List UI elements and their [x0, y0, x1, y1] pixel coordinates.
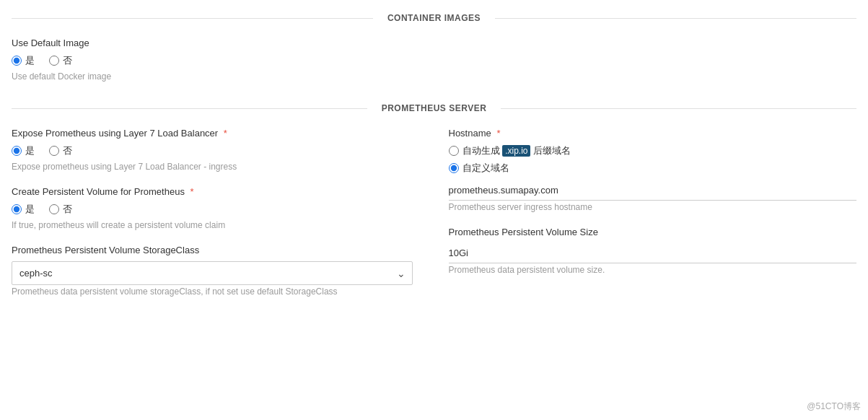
hostname-required: *	[496, 128, 500, 139]
hostname-input[interactable]	[449, 180, 857, 201]
expose-prometheus-radio-group: 是 否	[12, 144, 413, 157]
hostname-auto-radio-item[interactable]: 自动生成 .xip.io 后缀域名	[449, 144, 857, 157]
expose-prometheus-yes-label: 是	[25, 144, 35, 157]
use-default-image-label: Use Default Image	[12, 38, 856, 48]
prometheus-server-divider: PROMETHEUS SERVER	[12, 96, 856, 121]
use-default-image-no[interactable]: 否	[49, 54, 72, 67]
use-default-image-no-label: 否	[63, 54, 72, 67]
create-pv-required: *	[190, 186, 194, 197]
container-images-title: CONTAINER IMAGES	[373, 13, 495, 23]
storageclass-select[interactable]: ceph-sc standard default	[12, 261, 413, 285]
hostname-custom-radio-item[interactable]: 自定义域名	[449, 162, 857, 175]
storageclass-hint: Prometheus data persistent volume storag…	[12, 286, 413, 297]
create-pv-yes[interactable]: 是	[12, 203, 35, 216]
expose-prometheus-hint: Expose prometheus using Layer 7 Load Bal…	[12, 162, 413, 172]
expose-prometheus-required: *	[224, 128, 227, 139]
hostname-highlight: .xip.io	[502, 145, 530, 157]
hostname-auto-label: 自动生成 .xip.io 后缀域名	[463, 144, 571, 157]
pv-size-input[interactable]	[449, 243, 857, 263]
create-pv-radio-group: 是 否	[12, 203, 413, 216]
pv-size-hint: Prometheus data persistent volume size.	[449, 265, 857, 275]
hostname-hint: Prometheus server ingress hostname	[449, 202, 857, 212]
create-pv-hint: If true, prometheus will create a persis…	[12, 220, 413, 230]
container-images-divider: CONTAINER IMAGES	[12, 6, 856, 30]
expose-prometheus-no-label: 否	[63, 144, 72, 157]
watermark: @51CTO博客	[807, 401, 861, 413]
use-default-image-radio-group: 是 否	[12, 54, 856, 67]
storageclass-label: Prometheus Persistent Volume StorageClas…	[12, 245, 413, 255]
expose-prometheus-no[interactable]: 否	[49, 144, 72, 157]
expose-prometheus-label: Expose Prometheus using Layer 7 Load Bal…	[12, 128, 413, 139]
expose-prometheus-yes[interactable]: 是	[12, 144, 35, 157]
storageclass-select-wrapper: ceph-sc standard default ⌄	[12, 261, 413, 285]
use-default-image-yes[interactable]: 是	[12, 54, 35, 67]
create-pv-yes-label: 是	[25, 203, 35, 216]
pv-size-label: Prometheus Persistent Volume Size	[449, 227, 857, 237]
use-default-image-hint: Use default Docker image	[12, 71, 856, 82]
hostname-label: Hostname *	[449, 128, 857, 139]
create-pv-label: Create Persistent Volume for Prometheus …	[12, 186, 413, 197]
create-pv-no-label: 否	[63, 203, 72, 216]
pv-size-input-wrapper	[449, 243, 857, 263]
prometheus-server-title: PROMETHEUS SERVER	[367, 103, 501, 113]
hostname-custom-label: 自定义域名	[463, 162, 509, 175]
use-default-image-yes-label: 是	[25, 54, 35, 67]
hostname-input-wrapper	[449, 180, 857, 201]
create-pv-no[interactable]: 否	[49, 203, 72, 216]
